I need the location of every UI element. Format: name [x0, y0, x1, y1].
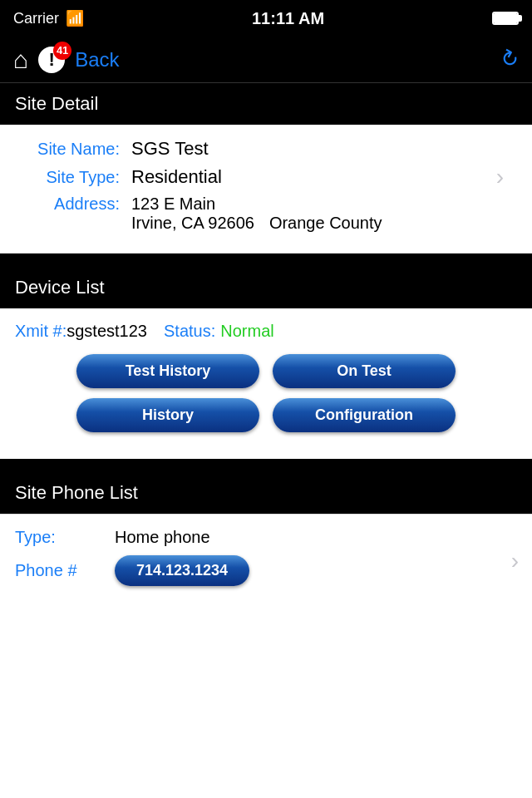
xmit-label: Xmit #:	[15, 322, 66, 341]
status-bar: Carrier 📶 11:11 AM	[0, 0, 532, 37]
site-detail-header: Site Detail	[0, 83, 532, 125]
site-name-row: Site Name: SGS Test	[15, 138, 517, 160]
address-label: Address:	[15, 195, 131, 214]
address-line1: 123 E Main	[131, 195, 382, 214]
battery-icon	[492, 12, 519, 25]
refresh-icon[interactable]: ↻	[495, 44, 525, 76]
chevron-right-icon: ›	[496, 164, 504, 190]
xmit-value: sgstest123	[66, 322, 147, 341]
type-row: Type: Home phone	[15, 528, 517, 547]
device-header-row: Xmit #: sgstest123 Status: Normal	[15, 322, 517, 341]
dark-spacer-2	[0, 459, 532, 472]
device-list-header: Device List	[0, 267, 532, 308]
test-history-button[interactable]: Test History	[76, 354, 259, 388]
nav-bar: ⌂ ! 41 Back ↻	[0, 37, 532, 83]
address-county: Orange County	[269, 214, 382, 233]
phone-label: Phone #	[15, 561, 115, 580]
type-value: Home phone	[115, 528, 210, 547]
type-label: Type:	[15, 528, 115, 547]
status-value: Normal	[220, 322, 273, 341]
address-line2-row: Irvine, CA 92606 Orange County	[131, 214, 382, 233]
btn-row-1: Test History On Test	[15, 354, 517, 388]
site-name-value: SGS Test	[131, 138, 517, 160]
status-right	[492, 12, 519, 25]
site-detail-card: Site Name: SGS Test Site Type: Residenti…	[0, 125, 532, 254]
status-label: Status:	[164, 322, 215, 341]
btn-row-2: History Configuration	[15, 398, 517, 432]
address-line2: Irvine, CA 92606	[131, 214, 254, 233]
site-type-row[interactable]: Site Type: Residential ›	[15, 166, 517, 188]
back-button[interactable]: Back	[75, 48, 119, 71]
phone-chevron-icon: ›	[511, 548, 519, 574]
site-type-value: Residential	[131, 166, 517, 188]
wifi-icon: 📶	[66, 9, 84, 27]
history-button[interactable]: History	[76, 398, 259, 432]
carrier-label: Carrier	[13, 10, 59, 27]
phone-card[interactable]: › Type: Home phone Phone # 714.123.1234	[0, 515, 532, 608]
on-test-button[interactable]: On Test	[273, 354, 456, 388]
site-type-label: Site Type:	[15, 168, 131, 187]
status-time: 11:11 AM	[252, 9, 324, 28]
badge-count: 41	[53, 42, 71, 60]
nav-left: ⌂ ! 41 Back	[13, 46, 119, 74]
phone-list-header: Site Phone List	[0, 472, 532, 514]
notification-badge[interactable]: ! 41	[38, 47, 65, 73]
dark-spacer-1	[0, 254, 532, 267]
address-row: Address: 123 E Main Irvine, CA 92606 Ora…	[15, 195, 517, 233]
device-section: Xmit #: sgstest123 Status: Normal Test H…	[0, 308, 532, 459]
phone-row: Phone # 714.123.1234	[15, 555, 517, 586]
site-name-label: Site Name:	[15, 140, 131, 159]
status-left: Carrier 📶	[13, 9, 84, 27]
configuration-button[interactable]: Configuration	[273, 398, 456, 432]
address-block: 123 E Main Irvine, CA 92606 Orange Count…	[131, 195, 382, 233]
home-icon[interactable]: ⌂	[13, 46, 28, 74]
phone-number-button[interactable]: 714.123.1234	[115, 555, 249, 586]
